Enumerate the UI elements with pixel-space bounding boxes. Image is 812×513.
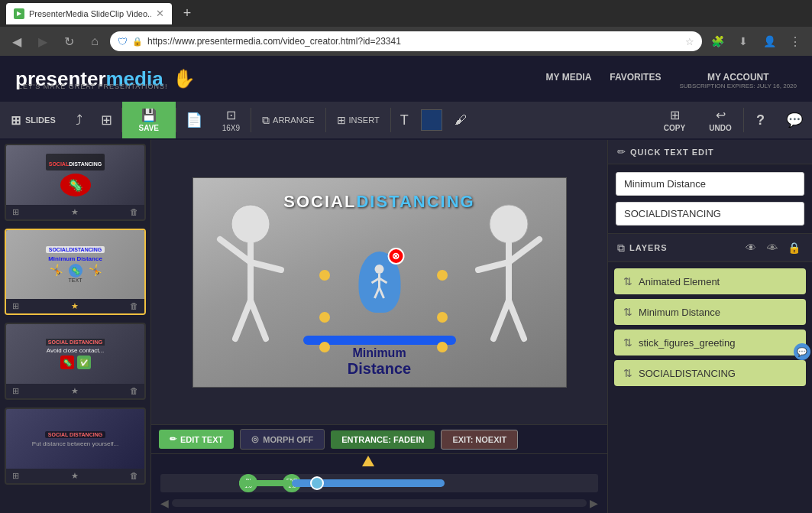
selection-dot-ml[interactable]	[319, 312, 330, 323]
quick-text-edit-icon: ✏	[617, 146, 626, 157]
chat-button[interactable]: 💬	[777, 102, 812, 138]
insert-button[interactable]: ⊞ INSERT	[326, 102, 390, 138]
text-format-button[interactable]: T	[391, 102, 418, 138]
save-label: SAVE	[138, 124, 159, 132]
paint-button[interactable]: 🖌	[445, 102, 476, 138]
url-text: https://www.presentermedia.com/video_cre…	[147, 36, 681, 47]
home-button[interactable]: ⌂	[84, 31, 105, 52]
morph-icon: ◎	[251, 434, 259, 444]
layers-lock-button[interactable]: 🔒	[785, 239, 803, 257]
color-block-button[interactable]	[418, 102, 445, 138]
selection-dot-tr[interactable]	[437, 270, 448, 281]
timeline-scroll-left[interactable]: ◀	[160, 497, 169, 509]
copy-thumb-icon-2[interactable]: ⊞	[12, 301, 19, 311]
download-button[interactable]: ⬇	[733, 31, 754, 52]
entrance-label: ENTRANCE: FADEIN	[341, 435, 424, 444]
slide-thumbnail-1[interactable]: SOCIALDISTANCING 🦠 ⊞ ★ 🗑	[5, 144, 146, 221]
share-button[interactable]: ⤴	[66, 102, 92, 138]
timeline-pin[interactable]	[362, 456, 374, 466]
subscription-expiry: SUBSCRIPTION EXPIRES: JULY 16, 2020	[679, 83, 797, 89]
star-thumb-icon-4[interactable]: ★	[71, 471, 79, 481]
layers-show-all-button[interactable]: 👁	[742, 239, 760, 257]
menu-button[interactable]: ⋮	[785, 31, 806, 52]
grid-button[interactable]: ⊞	[92, 102, 121, 138]
copy-button[interactable]: ⊞ COPY	[652, 102, 697, 138]
layers-header: ⧉ LAYERS 👁 👁 🔒	[608, 233, 812, 262]
layer-item-greeting[interactable]: ⇅ stick_figures_greeting 💬	[614, 330, 806, 356]
svg-line-9	[478, 262, 509, 270]
new-tab-button[interactable]: +	[178, 5, 196, 23]
edit-text-icon: ✏	[170, 434, 176, 444]
aspect-ratio-button[interactable]: ⊡ 16X9	[212, 102, 251, 138]
layer-chat-icon[interactable]: 💬	[794, 343, 810, 360]
layer-animated-label: Animated Element	[639, 276, 720, 287]
address-bar[interactable]: 🛡 🔒 https://www.presentermedia.com/video…	[110, 31, 702, 51]
text-field-2[interactable]	[616, 202, 804, 226]
morph-button[interactable]: ◎ MORPH OFF	[240, 429, 325, 450]
tab-close-icon[interactable]: ✕	[156, 8, 164, 19]
timeline-scrubber[interactable]	[292, 479, 445, 487]
forward-button[interactable]: ▶	[32, 31, 53, 52]
layers-hide-button[interactable]: 👁	[763, 239, 781, 257]
timeline-scroll-right[interactable]: ▶	[590, 497, 598, 509]
slide-thumbnail-4[interactable]: SOCIAL DISTANCING Put distance between y…	[5, 407, 146, 485]
main-toolbar: ⊞ SLIDES ⤴ ⊞ 💾 SAVE 📄 ⊡ 16X9 ⧉ ARRANGE ⊞…	[0, 102, 812, 140]
layer-item-social[interactable]: ⇅ SOCIALDISTANCING	[614, 360, 806, 386]
delete-thumb-icon-3[interactable]: 🗑	[130, 386, 138, 396]
delete-thumb-icon-4[interactable]: 🗑	[130, 471, 138, 481]
new-slide-button[interactable]: 📄	[176, 102, 212, 138]
bookmark-icon[interactable]: ☆	[685, 36, 694, 47]
timeline-green-bar	[239, 480, 292, 486]
selection-dot-tl[interactable]	[319, 270, 330, 281]
scrubber-handle[interactable]	[310, 476, 324, 490]
copy-thumb-icon-1[interactable]: ⊞	[12, 207, 19, 217]
help-button[interactable]: ?	[744, 102, 777, 138]
exit-label: EXIT: NOEXIT	[452, 435, 506, 444]
insert-icon: ⊞	[337, 114, 346, 126]
star-thumb-icon-1[interactable]: ★	[71, 207, 79, 217]
nav-my-account[interactable]: MY ACCOUNT SUBSCRIPTION EXPIRES: JULY 16…	[679, 72, 797, 89]
delete-thumb-icon-2[interactable]: 🗑	[130, 301, 138, 311]
selection-dot-br[interactable]	[437, 342, 448, 352]
selection-dot-bl[interactable]	[319, 342, 330, 352]
delete-thumb-icon-1[interactable]: 🗑	[130, 207, 138, 217]
save-button[interactable]: 💾 SAVE	[122, 102, 176, 138]
profile-button[interactable]: 👤	[759, 31, 780, 52]
canvas-and-timeline: SOCIALDISTANCING	[151, 140, 607, 513]
layer-item-minimum[interactable]: ⇅ Minimum Distance	[614, 299, 806, 325]
entrance-button[interactable]: ENTRANCE: FADEIN	[331, 430, 435, 449]
timeline-scrollbar[interactable]	[172, 499, 587, 507]
morph-label: MORPH OFF	[263, 435, 313, 444]
center-element: ⊗	[358, 252, 400, 313]
slides-icon: ⊞	[11, 113, 21, 128]
slide-thumbnail-2[interactable]: SOCIALDISTANCING Minimum Distance 🤸 🦠 🤸 …	[5, 229, 146, 315]
quick-text-header: ✏ QUICK TEXT EDIT	[608, 140, 812, 164]
svg-line-16	[375, 287, 380, 298]
layer-drag-icon-3: ⇅	[623, 336, 632, 349]
edit-text-button[interactable]: ✏ EDIT TEXT	[159, 430, 234, 449]
nav-account-label: MY ACCOUNT	[707, 72, 769, 83]
slides-button[interactable]: ⊞ SLIDES	[0, 102, 66, 138]
canvas-frame[interactable]: SOCIALDISTANCING	[192, 177, 567, 388]
star-thumb-icon-2[interactable]: ★	[71, 301, 79, 311]
slide-thumb-image-3: SOCIAL DISTANCING Avoid close contact...…	[6, 324, 144, 384]
arrange-button[interactable]: ⧉ ARRANGE	[251, 102, 325, 138]
copy-thumb-icon-4[interactable]: ⊞	[12, 471, 19, 481]
layer-item-animated[interactable]: ⇅ Animated Element	[614, 268, 806, 294]
nav-favorites[interactable]: FAVORITES	[610, 72, 661, 83]
star-thumb-icon-3[interactable]: ★	[71, 386, 79, 396]
extensions-button[interactable]: 🧩	[707, 31, 728, 52]
nav-my-media[interactable]: MY MEDIA	[546, 72, 592, 83]
back-button[interactable]: ◀	[6, 31, 27, 52]
slide-thumbnail-3[interactable]: SOCIAL DISTANCING Avoid close contact...…	[5, 323, 146, 400]
undo-button[interactable]: ↩ UNDO	[697, 102, 743, 138]
lock-icon: 🔒	[132, 37, 143, 47]
slide-thumb-icons-4: ⊞ ★ 🗑	[6, 469, 144, 483]
browser-tab[interactable]: ▶ PresenterMedia SlideClip Video... ✕	[6, 3, 172, 24]
layer-social-label: SOCIALDISTANCING	[639, 368, 736, 379]
text-field-1[interactable]	[616, 172, 804, 196]
selection-dot-mr[interactable]	[437, 312, 448, 323]
copy-thumb-icon-3[interactable]: ⊞	[12, 386, 19, 396]
refresh-button[interactable]: ↻	[58, 31, 79, 52]
exit-button[interactable]: EXIT: NOEXIT	[441, 430, 518, 450]
